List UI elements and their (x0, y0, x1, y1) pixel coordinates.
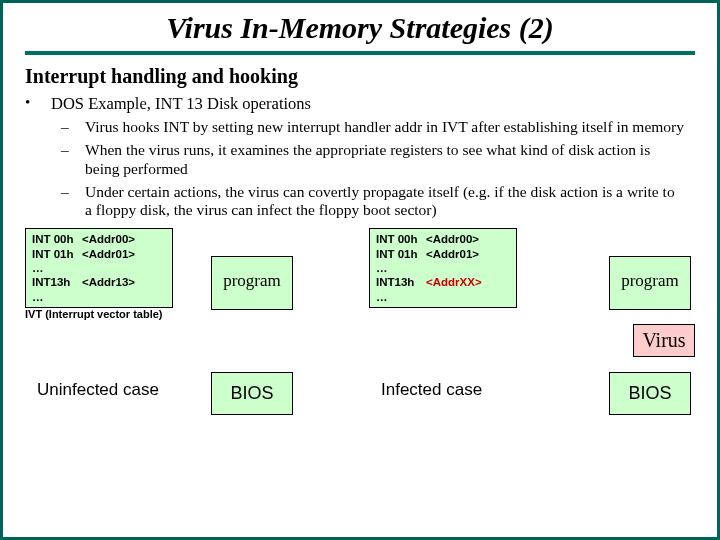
bios-box-left: BIOS (211, 372, 293, 415)
bullet-text: DOS Example, INT 13 Disk operations (51, 94, 695, 114)
sub-mark: – (51, 141, 85, 179)
uninfected-label: Uninfected case (37, 380, 159, 400)
sub-bullet-2: – When the virus runs, it examines the a… (51, 141, 695, 179)
ivt-cell: … (376, 261, 426, 275)
program-box-right: program (609, 256, 691, 310)
ivt-cell: INT13h (376, 275, 426, 289)
ivt-box-right: INT 00h<Addr00> INT 01h<Addr01> … INT13h… (369, 228, 517, 308)
infected-label: Infected case (381, 380, 482, 400)
ivt-cell: … (32, 290, 82, 304)
ivt-caption: IVT (Interrupt vector table) (25, 308, 163, 320)
title-rule (25, 51, 695, 55)
slide-frame: Virus In-Memory Strategies (2) Interrupt… (0, 0, 720, 540)
sub-text-1: Virus hooks INT by setting new interrupt… (85, 118, 695, 137)
ivt-cell: <Addr00> (426, 232, 479, 246)
ivt-box-left: INT 00h<Addr00> INT 01h<Addr01> … INT13h… (25, 228, 173, 308)
ivt-cell: INT 01h (32, 247, 82, 261)
sub-bullet-1: – Virus hooks INT by setting new interru… (51, 118, 695, 137)
bios-box-right: BIOS (609, 372, 691, 415)
sub-text-3: Under certain actions, the virus can cov… (85, 183, 695, 221)
sub-bullet-3: – Under certain actions, the virus can c… (51, 183, 695, 221)
slide-subtitle: Interrupt handling and hooking (25, 65, 695, 88)
diagram-area: INT 00h<Addr00> INT 01h<Addr01> … INT13h… (25, 228, 701, 418)
sub-bullet-list: – Virus hooks INT by setting new interru… (51, 118, 695, 221)
ivt-cell-modified: <AddrXX> (426, 275, 482, 289)
ivt-cell: INT 00h (32, 232, 82, 246)
program-box-left: program (211, 256, 293, 310)
ivt-cell: <Addr13> (82, 275, 135, 289)
virus-box: Virus (633, 324, 695, 357)
ivt-cell: INT 00h (376, 232, 426, 246)
ivt-cell: <Addr00> (82, 232, 135, 246)
ivt-cell: <Addr01> (82, 247, 135, 261)
bullet-mark: • (25, 94, 51, 114)
sub-mark: – (51, 183, 85, 221)
ivt-cell: <Addr01> (426, 247, 479, 261)
sub-mark: – (51, 118, 85, 137)
slide-title: Virus In-Memory Strategies (2) (25, 11, 695, 45)
ivt-cell: INT 01h (376, 247, 426, 261)
ivt-cell: … (32, 261, 82, 275)
sub-text-2: When the virus runs, it examines the app… (85, 141, 695, 179)
ivt-cell: … (376, 290, 426, 304)
bullet-level1: • DOS Example, INT 13 Disk operations (25, 94, 695, 114)
ivt-cell: INT13h (32, 275, 82, 289)
